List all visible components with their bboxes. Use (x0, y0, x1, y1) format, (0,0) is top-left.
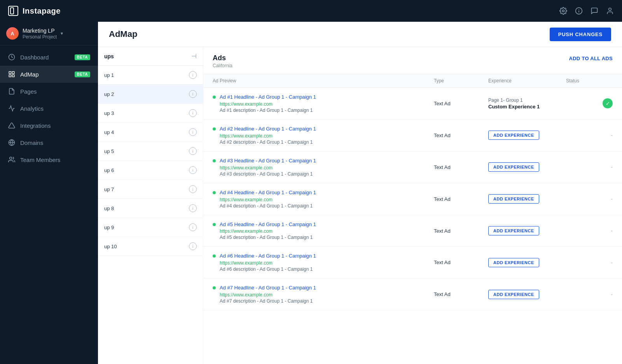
group-item[interactable]: up 5 i (98, 142, 203, 161)
ad-details: Ad #5 Headline - Ad Group 1 - Campaign 1… (220, 221, 434, 240)
chat-icon[interactable] (590, 7, 599, 15)
ad-headline: Ad #2 Headline - Ad Group 1 - Campaign 1 (220, 126, 434, 132)
sidebar-item-analytics[interactable]: Analytics (0, 100, 98, 117)
sidebar-item-team-members[interactable]: Team Members (0, 151, 98, 168)
ad-active-dot (213, 223, 216, 226)
group-info-icon[interactable]: i (189, 71, 197, 79)
status-dash: - (611, 291, 613, 298)
sidebar-item-integrations[interactable]: Integrations (0, 117, 98, 134)
svg-rect-1 (10, 8, 14, 14)
ad-type: Text Ad (434, 260, 488, 265)
group-info-icon[interactable]: i (189, 185, 197, 193)
status-cell: - (566, 228, 613, 234)
add-experience-button[interactable]: ADD EXPERIENCE (488, 162, 539, 172)
ad-description: Ad #4 description - Ad Group 1 - Campaig… (220, 203, 434, 209)
status-dash: - (611, 196, 613, 202)
group-item[interactable]: up 9 i (98, 218, 203, 237)
ad-row: Ad #3 Headline - Ad Group 1 - Campaign 1… (203, 152, 622, 183)
sidebar-item-admap[interactable]: AdMap BETA (0, 66, 98, 83)
add-experience-button[interactable]: ADD EXPERIENCE (488, 226, 539, 235)
group-info-icon[interactable]: i (189, 223, 197, 231)
ad-description: Ad #6 description - Ad Group 1 - Campaig… (220, 266, 434, 272)
ad-url: https://www.example.com (220, 260, 434, 266)
user-icon[interactable] (606, 7, 614, 15)
group-item-name: up 9 (104, 225, 114, 230)
group-info-icon[interactable]: i (189, 128, 197, 136)
ad-active-dot (213, 254, 216, 258)
groups-panel: ups ⊣ up 1 i up 2 i up 3 i up 4 i up 5 i… (98, 47, 203, 364)
admap-label: AdMap (20, 71, 70, 78)
info-icon[interactable] (575, 7, 583, 15)
ad-details: Ad #3 Headline - Ad Group 1 - Campaign 1… (220, 158, 434, 177)
ad-headline: Ad #5 Headline - Ad Group 1 - Campaign 1 (220, 221, 434, 228)
ad-row: Ad #1 Headline - Ad Group 1 - Campaign 1… (203, 88, 622, 120)
ad-headline: Ad #1 Headline - Ad Group 1 - Campaign 1 (220, 94, 434, 101)
group-item[interactable]: up 6 i (98, 161, 203, 180)
group-item[interactable]: up 2 i (98, 85, 203, 104)
group-info-icon[interactable]: i (189, 90, 197, 98)
add-experience-button[interactable]: ADD EXPERIENCE (488, 194, 539, 204)
ad-active-dot (213, 286, 216, 289)
pages-icon (8, 87, 16, 95)
ad-details: Ad #7 Headline - Ad Group 1 - Campaign 1… (220, 285, 434, 304)
ads-panel-header: Ads California ADD TO ALL ADS (203, 47, 622, 74)
group-info-icon[interactable]: i (189, 166, 197, 174)
ad-info: Ad #4 Headline - Ad Group 1 - Campaign 1… (213, 190, 434, 209)
ad-info: Ad #1 Headline - Ad Group 1 - Campaign 1… (213, 94, 434, 113)
ads-title: Ads (213, 54, 232, 62)
experience-cell: ADD EXPERIENCE (488, 194, 566, 204)
group-item-name: up 4 (104, 129, 114, 135)
status-cell: - (566, 132, 613, 138)
integrations-label: Integrations (20, 122, 90, 129)
ad-type: Text Ad (434, 164, 488, 170)
status-check-icon: ✓ (603, 98, 613, 108)
svg-rect-11 (12, 75, 14, 77)
svg-rect-9 (12, 71, 14, 73)
group-item[interactable]: up 8 i (98, 199, 203, 218)
workspace-avatar: A (6, 27, 19, 40)
ad-row: Ad #5 Headline - Ad Group 1 - Campaign 1… (203, 215, 622, 247)
group-item-name: up 6 (104, 167, 114, 173)
push-changes-button[interactable]: PUSH CHANGES (550, 28, 611, 41)
sidebar-nav: Dashboard BETA AdMap BETA (0, 45, 98, 364)
group-item[interactable]: up 7 i (98, 180, 203, 199)
svg-point-6 (609, 8, 612, 11)
content-area: AdMap PUSH CHANGES ups ⊣ up 1 i up 2 i u… (98, 22, 622, 364)
logo-area[interactable]: Instapage (8, 5, 61, 16)
add-experience-button[interactable]: ADD EXPERIENCE (488, 258, 539, 267)
sidebar-item-pages[interactable]: Pages (0, 83, 98, 100)
add-experience-button[interactable]: ADD EXPERIENCE (488, 131, 539, 140)
domains-icon (8, 139, 16, 146)
group-info-icon[interactable]: i (189, 109, 197, 117)
logo-text: Instapage (23, 7, 61, 16)
col-header-experience: Experience (488, 78, 566, 84)
group-info-icon[interactable]: i (189, 147, 197, 155)
logo-icon (8, 5, 19, 16)
group-info-icon[interactable]: i (189, 204, 197, 212)
status-cell: - (566, 164, 613, 170)
ad-type: Text Ad (434, 196, 488, 202)
header-icons (559, 7, 614, 15)
collapse-icon[interactable]: ⊣ (191, 52, 197, 60)
group-item[interactable]: up 1 i (98, 66, 203, 85)
group-item[interactable]: up 3 i (98, 104, 203, 123)
experience-cell: ADD EXPERIENCE (488, 258, 566, 267)
group-item[interactable]: up 4 i (98, 123, 203, 142)
ad-url: https://www.example.com (220, 133, 434, 139)
experience-cell: ADD EXPERIENCE (488, 226, 566, 235)
add-to-all-button[interactable]: ADD TO ALL ADS (569, 56, 613, 61)
settings-icon[interactable] (559, 7, 568, 15)
group-info-icon[interactable]: i (189, 242, 197, 250)
ad-headline: Ad #3 Headline - Ad Group 1 - Campaign 1 (220, 158, 434, 164)
groups-list: up 1 i up 2 i up 3 i up 4 i up 5 i up 6 … (98, 66, 203, 256)
add-experience-button[interactable]: ADD EXPERIENCE (488, 290, 539, 299)
ad-url: https://www.example.com (220, 101, 434, 107)
ad-url: https://www.example.com (220, 228, 434, 234)
sidebar-item-domains[interactable]: Domains (0, 134, 98, 151)
experience-label: Page 1- Group 1 (488, 98, 566, 103)
sidebar-item-dashboard[interactable]: Dashboard BETA (0, 49, 98, 66)
group-item[interactable]: up 10 i (98, 237, 203, 256)
status-cell: - (566, 260, 613, 266)
ads-panel: Ads California ADD TO ALL ADS Ad Preview… (203, 47, 622, 364)
workspace-selector[interactable]: A Marketing LP Personal Project ▾ (0, 22, 98, 45)
